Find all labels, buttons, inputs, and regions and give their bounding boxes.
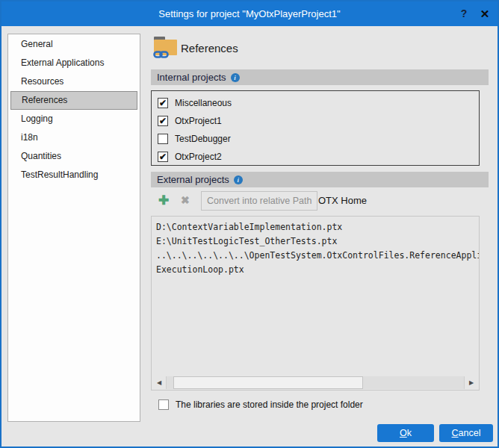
chain-link-icon bbox=[153, 50, 169, 59]
project-checkbox[interactable]: ✔ bbox=[158, 98, 168, 108]
path-line: E:\UnitTestLogicTest_OtherTests.ptx bbox=[156, 234, 479, 249]
project-label: Miscellaneous bbox=[175, 98, 232, 108]
title-bar: Settings for project "MyOtxPlayerProject… bbox=[1, 1, 498, 26]
sidebar-item-general[interactable]: General bbox=[10, 35, 137, 54]
help-icon[interactable]: ? bbox=[454, 1, 474, 26]
external-paths-text: D:\ContextVariableImplementation.ptxE:\U… bbox=[156, 220, 479, 277]
info-icon[interactable]: i bbox=[231, 73, 240, 82]
external-paths-box[interactable]: D:\ContextVariableImplementation.ptxE:\U… bbox=[151, 216, 480, 391]
project-label: TestDebugger bbox=[175, 134, 231, 144]
project-checkbox[interactable]: ✔ bbox=[158, 116, 168, 126]
remove-path-icon[interactable]: ✖ bbox=[181, 194, 190, 206]
path-line: ..\..\..\..\..\..\OpenTestSystem.OtxCont… bbox=[156, 249, 479, 263]
page-title: References bbox=[181, 42, 238, 55]
external-projects-bar: External projectsi bbox=[151, 172, 489, 187]
sidebar-item-quantities[interactable]: Quantities bbox=[10, 147, 137, 166]
project-checkbox[interactable]: ✔ bbox=[158, 152, 168, 162]
references-folder-link-icon bbox=[154, 37, 178, 59]
cancel-button[interactable]: Cancel bbox=[439, 424, 493, 442]
sidebar-item-external-applications[interactable]: External Applications bbox=[10, 54, 137, 72]
close-icon[interactable]: ✕ bbox=[475, 1, 495, 26]
settings-dialog: Settings for project "MyOtxPlayerProject… bbox=[0, 0, 499, 448]
scroll-left-icon[interactable]: ◀ bbox=[152, 376, 167, 389]
project-label: OtxProject2 bbox=[175, 152, 222, 162]
sidebar-item-resources[interactable]: Resources bbox=[10, 72, 137, 91]
scrollbar-thumb[interactable] bbox=[173, 376, 363, 389]
otx-home-button[interactable]: OTX Home bbox=[315, 191, 370, 211]
convert-relative-path-button[interactable]: Convert into relative Path bbox=[201, 191, 317, 211]
sidebar-item-testresulthandling[interactable]: TestResultHandling bbox=[10, 166, 137, 184]
ok-button[interactable]: Ok bbox=[377, 424, 434, 442]
sidebar-item-references[interactable]: References bbox=[10, 91, 137, 110]
sidebar-item-logging[interactable]: Logging bbox=[10, 110, 137, 128]
external-projects-toolbar: ✚ ✖ Convert into relative Path OTX Home bbox=[151, 191, 489, 212]
project-label: OtxProject1 bbox=[175, 116, 222, 126]
path-line: ExecutionLoop.ptx bbox=[156, 263, 479, 277]
scroll-right-icon[interactable]: ▶ bbox=[464, 376, 478, 389]
window-title: Settings for project "MyOtxPlayerProject… bbox=[1, 1, 498, 26]
info-icon[interactable]: i bbox=[234, 175, 243, 184]
project-row[interactable]: ✔OtxProject2 bbox=[152, 149, 479, 164]
content-panel: References Internal projectsi ✔Miscellan… bbox=[149, 28, 487, 447]
sidebar-item-i18n[interactable]: i18n bbox=[10, 128, 137, 147]
libraries-checkbox-label: The libraries are stored inside the proj… bbox=[176, 399, 363, 410]
project-row[interactable]: ✔Miscellaneous bbox=[152, 96, 479, 110]
libraries-checkbox-row[interactable]: The libraries are stored inside the proj… bbox=[158, 399, 363, 410]
horizontal-scrollbar[interactable]: ◀ ▶ bbox=[152, 376, 478, 389]
libraries-checkbox[interactable] bbox=[158, 399, 169, 410]
project-row[interactable]: TestDebugger bbox=[152, 131, 479, 146]
internal-projects-list: ✔Miscellaneous✔OtxProject1TestDebugger✔O… bbox=[151, 90, 480, 166]
add-path-icon[interactable]: ✚ bbox=[158, 193, 169, 208]
project-row[interactable]: ✔OtxProject1 bbox=[152, 113, 479, 128]
external-projects-title: External projectsi bbox=[157, 172, 243, 187]
internal-projects-title: Internal projectsi bbox=[157, 69, 240, 85]
internal-projects-bar: Internal projectsi bbox=[151, 69, 489, 85]
path-line: D:\ContextVariableImplementation.ptx bbox=[156, 220, 479, 234]
sidebar-nav: GeneralExternal ApplicationsResourcesRef… bbox=[7, 34, 140, 422]
project-checkbox[interactable] bbox=[158, 134, 168, 144]
